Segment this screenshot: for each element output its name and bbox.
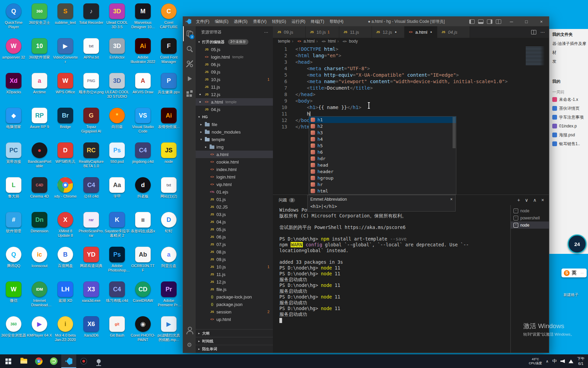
tree-item[interactable]: 05.js [196, 226, 273, 233]
more-actions-icon[interactable]: ⋯ [540, 30, 545, 35]
tree-item[interactable]: file.js [196, 286, 273, 293]
desktop-icon[interactable]: Pr Adobe Premiere Pro 202 [156, 279, 182, 314]
desktop-icon[interactable]: a Arctime [27, 71, 52, 106]
ime-menu-icon[interactable]: ⋯ [581, 271, 584, 275]
desktop-icon[interactable]: X6 Xara3D6 [78, 314, 104, 349]
desktop-icon[interactable]: VS Visual Studio Code [130, 106, 156, 140]
tree-item[interactable]: package.json [196, 301, 273, 308]
maximize-button[interactable]: □ [519, 17, 534, 26]
tree-item[interactable]: login.html [196, 173, 273, 181]
desktop-icon[interactable]: CD CorelDRAW [130, 279, 156, 314]
terminal-dropdown-icon[interactable]: ∨ [525, 197, 528, 203]
desktop-icon[interactable]: Ps 550.psd [104, 140, 130, 175]
tree-item[interactable]: index.html [196, 166, 273, 173]
sogou-logo-icon[interactable]: S [564, 270, 570, 276]
desktop-icon[interactable]: K Sayatoo卡拉字幕精灵 2 [104, 210, 130, 245]
desktop-icon[interactable]: P 共生健康.ppx [156, 71, 182, 106]
tree-item[interactable]: 10.js 1 [196, 263, 273, 271]
tree-item[interactable]: ▸ node_modules [196, 128, 273, 136]
problems-tab[interactable]: 问题 3 [279, 197, 295, 203]
desktop-icon[interactable]: Ai 表情快些展... [156, 106, 182, 140]
suggest-scrollbar[interactable] [453, 117, 456, 194]
tree-item[interactable]: 06.js [196, 233, 273, 241]
breadcrumb-item[interactable]: temple [278, 39, 290, 44]
open-editor-item[interactable]: 05.js [196, 46, 273, 53]
terminal-instance[interactable]: › powershell [511, 214, 549, 221]
desktop-icon[interactable]: C4 练习布线.c4d [104, 279, 130, 314]
breadcrumb-item[interactable]: html [315, 39, 336, 44]
desktop-icon[interactable]: C4 jingdong.c4d [130, 140, 156, 175]
open-editor-item[interactable]: login.html temple [196, 53, 273, 61]
breadcrumb-item[interactable]: a.html [290, 39, 315, 44]
desktop-icon[interactable]: M Marvelous Designer 10... [130, 1, 156, 36]
desktop-icon[interactable]: ♪ Total Recorder [78, 1, 104, 36]
desktop-icon[interactable]: X3 xara3d.exe [78, 279, 104, 314]
open-editor-item[interactable]: ● 12.js [196, 91, 273, 98]
desktop-icon[interactable]: 3D Ulead COOL 3D 3.5 [104, 1, 130, 36]
toggle-sidebar-icon[interactable] [469, 19, 475, 24]
tab-dirty-icon[interactable]: ● [394, 30, 398, 34]
breadcrumb-item[interactable]: body [336, 39, 358, 44]
desktop-icon[interactable]: 360 360安全浏览器 [1, 314, 27, 349]
desktop-icon[interactable]: C4 公仔.c4d [78, 175, 104, 210]
suggestion-item[interactable]: h3 [309, 129, 456, 136]
recent-file-item[interactable]: 海报.psd [552, 131, 588, 139]
maximize-panel-icon[interactable]: ∧ [533, 197, 537, 203]
suggestion-item[interactable]: hgroup [309, 175, 456, 181]
menu-item[interactable]: 转到(G) [269, 17, 289, 26]
menu-item[interactable]: 文件(F) [193, 17, 212, 26]
desktop-icon[interactable]: ◉ Corel PHOTO-PAINT [130, 314, 156, 349]
desktop-icon[interactable]: ▶ ps滤镜扫光真的炫酷.mp... [156, 314, 182, 349]
ime-toolbar[interactable]: S 英 ⋯ [561, 269, 587, 277]
desktop-icon[interactable]: * 向日葵 [104, 106, 130, 140]
close-icon[interactable]: × [450, 197, 453, 202]
suggestion-item[interactable]: header [309, 168, 456, 175]
ime-language-mode[interactable]: 英 [572, 270, 576, 276]
tree-item[interactable]: session 2 [196, 308, 273, 316]
desktop-icon[interactable]: RC RealityCapture BETA 1.0 [78, 140, 104, 175]
suggestion-item[interactable]: hdr [309, 155, 456, 162]
recent-file-item[interactable]: 01index.p [552, 122, 588, 131]
desktop-icon[interactable]: txt 网站(1)(2) [156, 175, 182, 210]
desktop-icon[interactable]: Br Bridge [52, 106, 78, 140]
desktop-icon[interactable]: X XMind 8 Update 8 [52, 210, 78, 245]
open-editor-item[interactable]: 11.js [196, 83, 273, 91]
desktop-icon[interactable]: Q QuickTime Player [1, 1, 27, 36]
tab-dirty-icon[interactable]: ● [429, 30, 433, 34]
workspace-header[interactable]: ▾ HG [196, 113, 273, 121]
desktop-icon[interactable]: git Git Bash [104, 314, 130, 349]
desktop-icon[interactable]: ic Iconscout [27, 245, 52, 279]
desktop-icon[interactable]: Ab OCRB10N.TTF [130, 245, 156, 279]
desktop-icon[interactable]: D 钉钉 [156, 210, 182, 245]
desktop-icon[interactable]: i Mol 4.0 beta Jan-22-2020 [52, 314, 78, 349]
desktop-icon[interactable]: Q 腾讯QQ [1, 245, 27, 279]
desktop-icon[interactable]: W 微信 [1, 279, 27, 314]
desktop-icon[interactable]: D WPS稻壳儿 [52, 140, 78, 175]
start-button[interactable] [0, 354, 16, 368]
close-panel-icon[interactable]: × [541, 197, 544, 203]
tree-item[interactable]: 01.js [196, 196, 273, 203]
editor-tab[interactable]: a.html ● [405, 26, 437, 38]
desktop-icon[interactable]: A AKVIS Draw [130, 71, 156, 106]
menu-item[interactable]: 终端(T) [308, 17, 327, 26]
tree-item[interactable]: cookie.html [196, 158, 273, 166]
menu-item[interactable]: 查看(V) [250, 17, 269, 26]
desktop-icon-label[interactable]: 新建格子 [554, 292, 588, 297]
menu-item[interactable]: 选择(S) [231, 17, 250, 26]
editor-tab[interactable]: 12.js ● [372, 26, 405, 38]
title-bar[interactable]: 文件(F)编辑(E)选择(S)查看(V)转到(G)运行(R)终端(T)帮助(H)… [183, 17, 549, 26]
activity-settings[interactable]: ⚙ [183, 338, 196, 353]
desktop-icon[interactable]: JS node [156, 140, 182, 175]
customize-layout-icon[interactable] [496, 19, 501, 24]
recent-file-item[interactable]: 未命名-1.x [552, 95, 588, 104]
open-editor-item[interactable]: 09.js [196, 68, 273, 76]
sidebar-section-header[interactable]: ▸ 陌生单词 [196, 345, 273, 353]
recent-file-item[interactable]: 茶伙详情页 [552, 104, 588, 113]
editor-tab[interactable]: 11.js [339, 26, 372, 38]
tree-item[interactable]: ▸ file [196, 121, 273, 128]
recent-file-item[interactable]: 学车注意事项 [552, 113, 588, 122]
desktop-icon[interactable]: B 百度网盘 [52, 245, 78, 279]
suggestion-item[interactable]: html [309, 188, 456, 194]
desktop-icon[interactable]: ● BandicamPortable [27, 140, 52, 175]
editor-tab[interactable]: 09.js [273, 26, 306, 38]
